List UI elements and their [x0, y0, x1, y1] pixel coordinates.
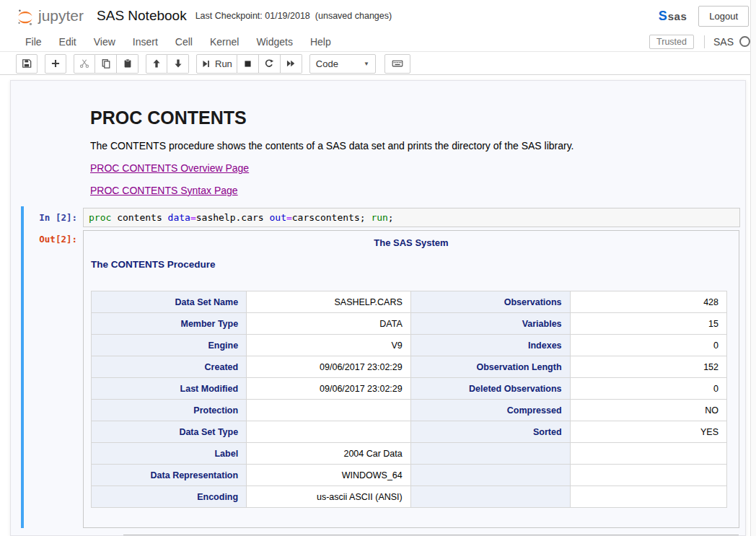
contents-label-cell: Observations	[410, 291, 570, 313]
cut-cell-button[interactable]	[74, 54, 95, 74]
contents-label-cell: Encoding	[92, 486, 247, 508]
menu-item-insert[interactable]: Insert	[124, 36, 167, 48]
command-palette-button[interactable]	[384, 54, 410, 74]
code-token: =	[286, 212, 292, 223]
kernel-idle-icon	[739, 36, 750, 47]
code-line: proc contents data=sashelp.cars out=cars…	[84, 208, 739, 227]
contents-value-cell: 09/06/2017 23:02:29	[247, 378, 411, 400]
copy-icon	[101, 58, 111, 69]
contents-value-cell: YES	[570, 421, 726, 443]
code-token: contents	[111, 212, 167, 223]
menu-item-view[interactable]: View	[85, 36, 124, 48]
contents-table-row: EngineV9Indexes0	[92, 335, 727, 356]
stop-kernel-button[interactable]	[237, 54, 259, 74]
unsaved-changes-status: (unsaved changes)	[315, 11, 392, 21]
copy-cell-button[interactable]	[95, 54, 117, 74]
restart-icon	[264, 58, 274, 69]
contents-value-cell: 428	[570, 291, 726, 313]
menu-bar: FileEditViewInsertCellKernelWidgetsHelp …	[0, 32, 756, 52]
overview-page-link[interactable]: PROC CONTENTS Overview Page	[90, 162, 249, 174]
toolbar: Run Code ▼	[0, 53, 756, 75]
syntax-page-link[interactable]: PROC CONTENTS Syntax Page	[90, 185, 238, 196]
menu-item-widgets[interactable]: Widgets	[247, 36, 302, 48]
code-token: data	[168, 212, 190, 223]
logout-button[interactable]: Logout	[698, 6, 749, 27]
contents-label-cell	[410, 465, 570, 486]
contents-value-cell	[570, 443, 726, 465]
contents-label-cell: Engine	[92, 335, 247, 356]
contents-value-cell: 15	[570, 313, 726, 335]
menu-item-help[interactable]: Help	[302, 36, 340, 48]
contents-value-cell	[570, 486, 726, 508]
contents-table-row: Data Set TypeSortedYES	[92, 421, 727, 443]
sas-logo: S sas	[659, 9, 687, 22]
contents-value-cell	[570, 465, 726, 486]
contents-label-cell: Last Modified	[92, 378, 247, 400]
restart-kernel-button[interactable]	[259, 54, 281, 74]
input-prompt: In [2]:	[11, 208, 80, 227]
next-table-top-edge	[123, 535, 739, 535]
markdown-description: The CONTENTS procedure shows the content…	[90, 139, 574, 153]
contents-value-cell: NO	[570, 400, 726, 421]
contents-label-cell: Created	[92, 356, 247, 378]
divider	[704, 35, 705, 48]
notebook-container: PROC CONTENTS The CONTENTS procedure sho…	[10, 80, 746, 536]
cell-type-dropdown[interactable]: Code ▼	[309, 54, 376, 74]
contents-value-cell: us-ascii ASCII (ANSI)	[247, 486, 411, 508]
jupyter-logo-text: jupyter	[38, 5, 84, 27]
fast-forward-icon	[286, 58, 296, 69]
add-cell-button[interactable]	[45, 54, 66, 74]
move-cell-down-button[interactable]	[167, 54, 189, 74]
jupyter-logo[interactable]: jupyter	[16, 5, 84, 27]
contents-label-cell: Variables	[410, 313, 570, 335]
save-button[interactable]	[16, 54, 38, 74]
menu-items: FileEditViewInsertCellKernelWidgetsHelp	[17, 36, 340, 48]
selected-cell-indicator	[21, 206, 24, 528]
contents-value-cell: WINDOWS_64	[247, 465, 411, 486]
code-input-area[interactable]: proc contents data=sashelp.cars out=cars…	[83, 208, 740, 227]
run-button-label: Run	[215, 58, 232, 69]
window-scrollbar[interactable]	[750, 0, 756, 536]
contents-table-body: Data Set NameSASHELP.CARSObservations428…	[92, 291, 727, 508]
kernel-name: SAS	[713, 36, 734, 48]
contents-value-cell	[247, 421, 411, 443]
restart-run-all-button[interactable]	[281, 54, 302, 74]
step-forward-icon	[201, 59, 211, 69]
trusted-badge[interactable]: Trusted	[649, 35, 694, 49]
contents-table-row: ProtectionCompressedNO	[92, 400, 727, 421]
checkpoint-status: Last Checkpoint: 01/19/2018	[195, 11, 310, 21]
contents-procedure-title: The CONTENTS Procedure	[91, 259, 216, 270]
contents-table-row: Last Modified09/06/2017 23:02:29Deleted …	[92, 378, 727, 400]
menu-item-cell[interactable]: Cell	[167, 36, 201, 48]
code-token: out	[269, 212, 286, 223]
plus-icon	[50, 58, 61, 69]
contents-label-cell: Observation Length	[410, 356, 570, 378]
contents-table-row: Created09/06/2017 23:02:29Observation Le…	[92, 356, 727, 378]
code-token: =	[190, 212, 196, 223]
contents-value-cell	[247, 400, 411, 421]
contents-label-cell: Compressed	[410, 400, 570, 421]
paste-cell-button[interactable]	[117, 54, 139, 74]
sas-logo-text: sas	[668, 10, 687, 22]
sas-system-title: The SAS System	[84, 237, 739, 248]
menu-item-file[interactable]: File	[17, 36, 50, 48]
sas-swirl-icon: S	[659, 9, 667, 22]
move-cell-up-button[interactable]	[146, 54, 167, 74]
contents-label-cell: Deleted Observations	[410, 378, 570, 400]
contents-value-cell: V9	[247, 335, 411, 356]
contents-value-cell: 0	[570, 378, 726, 400]
notebook-title[interactable]: SAS Notebook	[97, 8, 187, 24]
contents-table-row: Data RepresentationWINDOWS_64	[92, 465, 727, 486]
contents-label-cell: Label	[92, 443, 247, 465]
scissors-icon	[79, 58, 89, 69]
stop-icon	[243, 59, 252, 69]
markdown-heading: PROC CONTENTS	[90, 107, 247, 128]
contents-attributes-table: Data Set NameSASHELP.CARSObservations428…	[91, 291, 727, 508]
menu-item-edit[interactable]: Edit	[50, 36, 85, 48]
menu-item-kernel[interactable]: Kernel	[201, 36, 247, 48]
contents-table-row: Member TypeDATAVariables15	[92, 313, 727, 335]
output-prompt: Out[2]:	[11, 233, 80, 246]
run-cell-button[interactable]: Run	[196, 54, 237, 74]
code-token: run	[371, 212, 387, 223]
chevron-down-icon: ▼	[364, 61, 369, 67]
